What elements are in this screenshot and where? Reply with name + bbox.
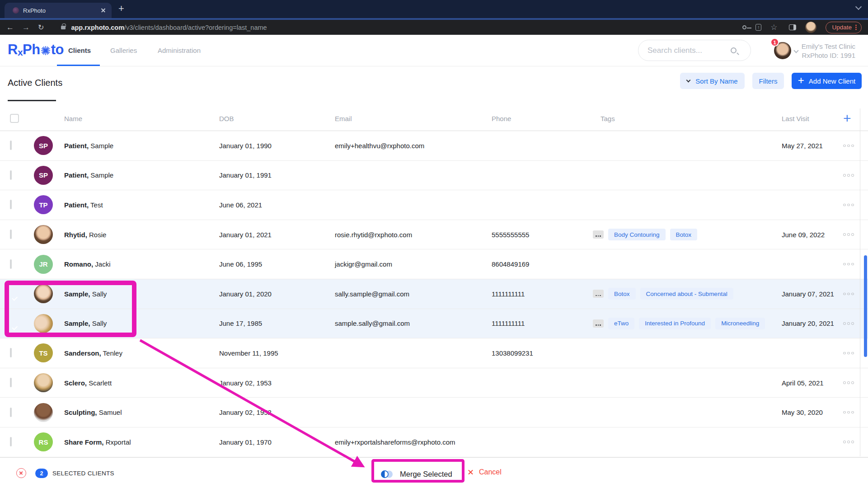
lock-icon[interactable] — [61, 26, 66, 29]
client-dob: January 01, 1970 — [219, 438, 335, 446]
add-new-client-button[interactable]: + Add New Client — [792, 73, 862, 89]
rxphoto-logo[interactable]: RxPhto — [8, 42, 64, 58]
browser-tab[interactable]: RxPhoto — [5, 3, 112, 18]
row-menu-button[interactable] — [843, 233, 868, 236]
table-row[interactable]: Sclero, ScarlettJanuary 02, 1953April 05… — [0, 368, 868, 398]
cancel-button[interactable]: Cancel — [468, 468, 502, 476]
row-menu-button[interactable] — [843, 174, 868, 177]
client-name: Sample, Sally — [64, 290, 219, 298]
client-email: rosie.rhytid@rxphoto.com — [335, 231, 492, 239]
browser-update-button[interactable]: Update — [826, 22, 862, 33]
row-menu-button[interactable] — [843, 204, 868, 206]
row-checkbox[interactable] — [10, 437, 12, 446]
scrollbar-track[interactable] — [860, 108, 861, 456]
client-name: Sanderson, Tenley — [64, 349, 219, 357]
tag-chip: Botox — [670, 229, 698, 240]
table-row[interactable]: TSSanderson, TenleyNovember 11, 19951303… — [0, 338, 868, 368]
nav-tab-clients[interactable]: Clients — [68, 47, 91, 54]
more-tags-chip[interactable] — [593, 230, 604, 239]
back-button[interactable]: ← — [6, 23, 14, 32]
table-row[interactable]: JRRomano, JackiJune 06, 1995jackigr@gmai… — [0, 249, 868, 279]
row-checkbox[interactable] — [10, 378, 12, 387]
tab-close-icon[interactable] — [100, 7, 107, 14]
table-row[interactable]: TPPatient, TestJune 06, 2021 — [0, 190, 868, 220]
password-key-icon[interactable] — [742, 25, 746, 29]
filters-button[interactable]: Filters — [752, 73, 784, 89]
client-name: Sculpting, Samuel — [64, 408, 219, 416]
browser-tab-bar: RxPhoto + — [0, 0, 868, 18]
more-tags-chip[interactable] — [593, 290, 604, 298]
table-header: Name DOB Email Phone Tags Last Visit + — [0, 106, 868, 131]
more-tags-chip[interactable] — [593, 319, 604, 328]
table-row[interactable]: SPPatient, SampleJanuary 01, 1990emily+h… — [0, 131, 868, 161]
row-checkbox[interactable] — [10, 141, 12, 150]
search-icon[interactable] — [731, 47, 737, 53]
client-search — [638, 40, 751, 61]
window-chevron-icon[interactable] — [855, 4, 862, 10]
forward-button[interactable]: → — [22, 23, 30, 32]
plus-icon: + — [798, 74, 804, 87]
client-dob: January 02, 1952 — [219, 408, 335, 416]
row-checkbox[interactable] — [10, 408, 12, 417]
column-header-last-visit[interactable]: Last Visit — [782, 115, 843, 122]
row-menu-button[interactable] — [843, 381, 868, 384]
browser-menu-icon[interactable] — [855, 27, 857, 28]
selection-footer: 2 SELECTED CLIENTS Merge Selected Cancel — [0, 457, 868, 488]
reload-button[interactable]: ↻ — [38, 23, 44, 32]
row-checkbox[interactable] — [10, 170, 12, 180]
column-header-phone[interactable]: Phone — [492, 115, 593, 122]
merge-selected-button[interactable]: Merge Selected — [380, 467, 452, 481]
row-checkbox[interactable] — [10, 348, 12, 357]
row-menu-dot-icon — [847, 441, 850, 443]
nav-tab-administration[interactable]: Administration — [158, 47, 201, 54]
row-checkbox[interactable] — [10, 200, 12, 209]
table-row[interactable]: SPPatient, SampleJanuary 01, 1991 — [0, 161, 868, 191]
client-photo-avatar — [34, 373, 53, 392]
profile-chevron-icon[interactable] — [793, 48, 798, 53]
column-header-email[interactable]: Email — [335, 115, 492, 122]
active-tab-underline — [57, 65, 100, 66]
tag-chip: Botox — [608, 288, 636, 300]
client-name: Sclero, Scarlett — [64, 379, 219, 387]
new-tab-button[interactable]: + — [118, 4, 124, 14]
row-menu-dot-icon — [843, 352, 846, 355]
address-bar[interactable]: app.rxphoto.com/v3/clients/dashboard/act… — [71, 24, 267, 31]
row-menu-button[interactable] — [843, 441, 868, 443]
client-last-visit: January 07, 2021 — [782, 290, 843, 298]
add-column-icon[interactable]: + — [843, 112, 851, 125]
row-menu-dot-icon — [851, 233, 854, 236]
client-dob: January 02, 1953 — [219, 379, 335, 387]
row-menu-button[interactable] — [843, 411, 868, 414]
nav-tab-galleries[interactable]: Galleries — [110, 47, 137, 54]
table-row[interactable]: Sample, SallyJune 17, 1985sample.sally@g… — [0, 309, 868, 339]
table-row[interactable]: Sculpting, SamuelJanuary 02, 1952May 30,… — [0, 398, 868, 427]
select-all-checkbox[interactable] — [10, 114, 19, 123]
row-checkbox[interactable] — [10, 259, 12, 269]
column-header-tags[interactable]: Tags — [593, 115, 782, 122]
table-row[interactable]: Sample, SallyJanuary 01, 2020sally.sampl… — [0, 279, 868, 309]
search-input[interactable] — [647, 46, 729, 55]
scrollbar-thumb[interactable] — [864, 255, 867, 357]
client-photo-avatar — [34, 403, 53, 422]
bookmark-star-icon[interactable]: ☆ — [770, 23, 777, 31]
table-row[interactable]: RSShare Form, RxportalJanuary 01, 1970em… — [0, 427, 868, 457]
client-tags: eTwoInterested in ProfoundMicroneedling — [593, 318, 782, 329]
tag-chip: Microneedling — [715, 318, 765, 329]
side-panel-icon[interactable] — [789, 24, 796, 30]
row-menu-dot-icon — [847, 233, 850, 236]
table-row[interactable]: Rhytid, RosieJanuary 01, 2021rosie.rhyti… — [0, 220, 868, 250]
row-menu-dot-icon — [851, 322, 854, 325]
clinic-info: Emily's Test Clinic RxPhoto ID: 1991 — [802, 42, 855, 60]
update-label: Update — [832, 24, 852, 31]
client-last-visit: January 20, 2021 — [782, 319, 843, 327]
browser-profile-avatar[interactable] — [805, 22, 816, 33]
sort-by-name-button[interactable]: Sort By Name — [680, 73, 745, 89]
client-photo-avatar — [34, 225, 53, 244]
deselect-all-icon[interactable] — [16, 468, 26, 478]
row-checkbox[interactable] — [10, 230, 12, 239]
column-header-name[interactable]: Name — [64, 115, 219, 122]
column-header-dob[interactable]: DOB — [219, 115, 335, 122]
tag-chip: Concerned about - Submental — [640, 288, 733, 300]
row-menu-button[interactable] — [843, 145, 868, 147]
share-icon[interactable]: ↑ — [755, 24, 761, 31]
